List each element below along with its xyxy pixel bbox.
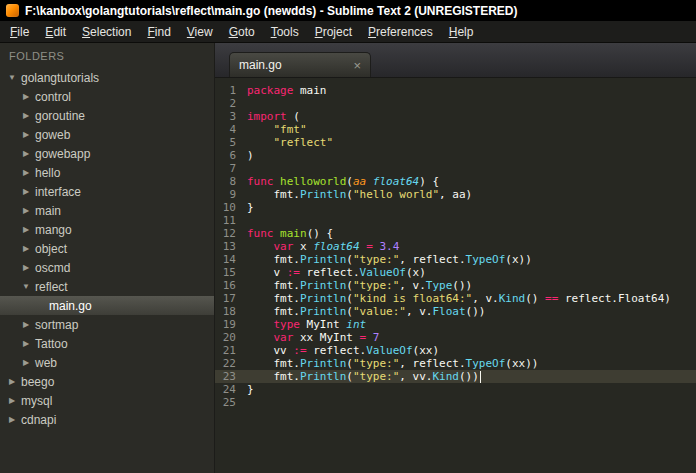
- code-line-6[interactable]: 6): [215, 149, 696, 162]
- chevron-right-icon[interactable]: ▶: [20, 320, 32, 329]
- chevron-right-icon[interactable]: ▶: [20, 225, 32, 234]
- tree-item-golangtutorials[interactable]: ▼golangtutorials: [0, 68, 214, 87]
- chevron-right-icon[interactable]: ▶: [20, 130, 32, 139]
- code-line-11[interactable]: 11: [215, 214, 696, 227]
- code-line-25[interactable]: 25: [215, 396, 696, 409]
- line-content: fmt.Println("type:", reflect.TypeOf(x)): [247, 253, 532, 266]
- code-line-9[interactable]: 9 fmt.Println("hello world", aa): [215, 188, 696, 201]
- sublime-window: F:\kanbox\golangtutorials\reflect\main.g…: [0, 0, 696, 473]
- tabbar: main.go ×: [215, 43, 696, 78]
- chevron-down-icon[interactable]: ▼: [6, 73, 18, 82]
- code-line-2[interactable]: 2: [215, 97, 696, 110]
- code-line-20[interactable]: 20 var xx MyInt = 7: [215, 331, 696, 344]
- tree-item-label: object: [35, 242, 67, 256]
- tree-item-cdnapi[interactable]: ▶cdnapi: [0, 410, 214, 429]
- tree-item-goroutine[interactable]: ▶goroutine: [0, 106, 214, 125]
- code-line-4[interactable]: 4 "fmt": [215, 123, 696, 136]
- code-line-12[interactable]: 12func main() {: [215, 227, 696, 240]
- menu-view[interactable]: View: [179, 22, 221, 42]
- line-content: }: [247, 201, 254, 214]
- text-cursor: [480, 371, 481, 383]
- line-content: package main: [247, 84, 326, 97]
- code-line-19[interactable]: 19 type MyInt int: [215, 318, 696, 331]
- code-line-23[interactable]: 23 fmt.Println("type:", vv.Kind()): [215, 370, 696, 383]
- tree-item-control[interactable]: ▶control: [0, 87, 214, 106]
- tree-item-main-go[interactable]: main.go: [0, 296, 214, 315]
- code-line-22[interactable]: 22 fmt.Println("type:", reflect.TypeOf(x…: [215, 357, 696, 370]
- tree-item-interface[interactable]: ▶interface: [0, 182, 214, 201]
- chevron-right-icon[interactable]: ▶: [6, 415, 18, 424]
- line-content: func helloworld(aa float64) {: [247, 175, 439, 188]
- chevron-right-icon[interactable]: ▶: [6, 396, 18, 405]
- chevron-right-icon[interactable]: ▶: [20, 244, 32, 253]
- tree-item-mysql[interactable]: ▶mysql: [0, 391, 214, 410]
- menu-goto[interactable]: Goto: [221, 22, 263, 42]
- line-number: 11: [215, 214, 247, 227]
- chevron-right-icon[interactable]: ▶: [20, 358, 32, 367]
- code-line-7[interactable]: 7: [215, 162, 696, 175]
- chevron-right-icon[interactable]: ▶: [20, 206, 32, 215]
- line-number: 2: [215, 97, 247, 110]
- menu-tools[interactable]: Tools: [263, 22, 307, 42]
- tree-item-mango[interactable]: ▶mango: [0, 220, 214, 239]
- line-number: 4: [215, 123, 247, 136]
- code-line-17[interactable]: 17 fmt.Println("kind is float64:", v.Kin…: [215, 292, 696, 305]
- menu-edit[interactable]: Edit: [37, 22, 74, 42]
- tree-item-label: oscmd: [35, 261, 70, 275]
- chevron-right-icon[interactable]: ▶: [6, 377, 18, 386]
- tree-item-reflect[interactable]: ▼reflect: [0, 277, 214, 296]
- line-content: type MyInt int: [247, 318, 366, 331]
- menu-find[interactable]: Find: [139, 22, 178, 42]
- line-number: 17: [215, 292, 247, 305]
- line-number: 18: [215, 305, 247, 318]
- tree-item-label: mango: [35, 223, 72, 237]
- chevron-right-icon[interactable]: ▶: [20, 339, 32, 348]
- code-line-3[interactable]: 3import (: [215, 110, 696, 123]
- tree-item-label: hello: [35, 166, 60, 180]
- menubar: FileEditSelectionFindViewGotoToolsProjec…: [0, 21, 696, 43]
- code-line-5[interactable]: 5 "reflect": [215, 136, 696, 149]
- tree-item-beego[interactable]: ▶beego: [0, 372, 214, 391]
- code-area[interactable]: 1package main23import (4 "fmt"5 "reflect…: [215, 78, 696, 473]
- code-line-13[interactable]: 13 var x float64 = 3.4: [215, 240, 696, 253]
- chevron-down-icon[interactable]: ▼: [20, 282, 32, 291]
- tree-item-sortmap[interactable]: ▶sortmap: [0, 315, 214, 334]
- menu-project[interactable]: Project: [307, 22, 360, 42]
- code-line-16[interactable]: 16 fmt.Println("type:", v.Type()): [215, 279, 696, 292]
- tree-item-gowebapp[interactable]: ▶gowebapp: [0, 144, 214, 163]
- tree-item-label: goroutine: [35, 109, 85, 123]
- tree-item-goweb[interactable]: ▶goweb: [0, 125, 214, 144]
- chevron-right-icon[interactable]: ▶: [20, 187, 32, 196]
- code-line-15[interactable]: 15 v := reflect.ValueOf(x): [215, 266, 696, 279]
- chevron-right-icon[interactable]: ▶: [20, 92, 32, 101]
- code-line-21[interactable]: 21 vv := reflect.ValueOf(xx): [215, 344, 696, 357]
- tree-item-main[interactable]: ▶main: [0, 201, 214, 220]
- line-number: 22: [215, 357, 247, 370]
- code-line-14[interactable]: 14 fmt.Println("type:", reflect.TypeOf(x…: [215, 253, 696, 266]
- menu-file[interactable]: File: [2, 22, 37, 42]
- chevron-right-icon[interactable]: ▶: [20, 111, 32, 120]
- tree-item-label: control: [35, 90, 71, 104]
- chevron-right-icon[interactable]: ▶: [20, 263, 32, 272]
- code-line-18[interactable]: 18 fmt.Println("value:", v.Float()): [215, 305, 696, 318]
- menu-preferences[interactable]: Preferences: [360, 22, 441, 42]
- menu-selection[interactable]: Selection: [74, 22, 139, 42]
- line-content: "fmt": [247, 123, 307, 136]
- tree-item-oscmd[interactable]: ▶oscmd: [0, 258, 214, 277]
- tree-item-tattoo[interactable]: ▶Tattoo: [0, 334, 214, 353]
- tree-item-web[interactable]: ▶web: [0, 353, 214, 372]
- tab-main-go[interactable]: main.go ×: [229, 52, 371, 77]
- menu-help[interactable]: Help: [441, 22, 482, 42]
- tab-close-icon[interactable]: ×: [353, 59, 361, 72]
- tree-item-label: gowebapp: [35, 147, 90, 161]
- tree-item-object[interactable]: ▶object: [0, 239, 214, 258]
- code-line-1[interactable]: 1package main: [215, 84, 696, 97]
- chevron-right-icon[interactable]: ▶: [20, 168, 32, 177]
- code-line-24[interactable]: 24}: [215, 383, 696, 396]
- line-content: fmt.Println("kind is float64:", v.Kind()…: [247, 292, 671, 305]
- line-content: "reflect": [247, 136, 333, 149]
- tree-item-hello[interactable]: ▶hello: [0, 163, 214, 182]
- code-line-8[interactable]: 8func helloworld(aa float64) {: [215, 175, 696, 188]
- chevron-right-icon[interactable]: ▶: [20, 149, 32, 158]
- code-line-10[interactable]: 10}: [215, 201, 696, 214]
